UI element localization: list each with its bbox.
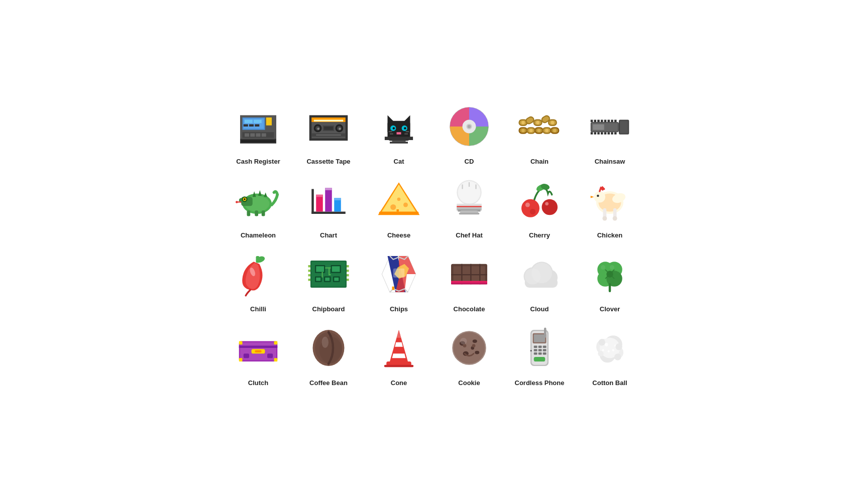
item-chameleon[interactable]: Chameleon (226, 175, 291, 239)
svg-rect-163 (325, 268, 331, 269)
svg-rect-254 (538, 349, 542, 351)
item-cash-register[interactable]: Cash Register (226, 101, 291, 165)
item-chainsaw[interactable]: Chainsaw (577, 101, 642, 165)
cassette-tape-label: Cassette Tape (306, 158, 350, 165)
item-clutch[interactable]: Clutch (226, 323, 291, 387)
svg-point-237 (454, 332, 485, 364)
svg-rect-171 (347, 265, 349, 268)
item-cheese[interactable]: Cheese (366, 175, 431, 239)
svg-rect-84 (601, 132, 603, 135)
item-cat[interactable]: Cat (366, 101, 431, 165)
svg-rect-15 (241, 140, 275, 143)
chipboard-label: Chipboard (312, 305, 345, 313)
svg-point-97 (236, 201, 238, 203)
item-cloud[interactable]: Cloud (507, 249, 572, 313)
chef-hat-label: Chef Hat (456, 231, 482, 239)
svg-rect-74 (594, 120, 597, 123)
chips-icon (374, 249, 424, 299)
item-chilli[interactable]: Chilli (226, 249, 291, 313)
cat-label: Cat (394, 158, 404, 165)
svg-rect-261 (530, 350, 531, 351)
item-cd[interactable]: CD (437, 101, 502, 165)
svg-rect-35 (393, 127, 395, 130)
svg-rect-164 (329, 268, 330, 276)
cone-label: Cone (391, 379, 407, 387)
item-cone[interactable]: Cone (366, 323, 431, 387)
svg-rect-54 (536, 121, 539, 125)
svg-rect-85 (604, 132, 607, 135)
svg-rect-183 (454, 266, 462, 274)
svg-rect-12 (256, 134, 261, 137)
svg-rect-172 (347, 270, 349, 272)
item-cherry[interactable]: Cherry (507, 175, 572, 239)
chameleon-icon (233, 175, 283, 225)
svg-rect-6 (249, 125, 254, 127)
svg-point-271 (602, 349, 604, 351)
chainsaw-icon (585, 101, 635, 152)
chain-label: Chain (530, 158, 549, 165)
item-chain[interactable]: Chain (507, 101, 572, 165)
svg-rect-70 (593, 125, 604, 130)
item-chicken[interactable]: Chicken (577, 175, 642, 239)
item-cookie[interactable]: Cookie (437, 323, 502, 387)
svg-rect-258 (543, 352, 547, 355)
item-cassette-tape[interactable]: Cassette Tape (296, 101, 361, 165)
svg-rect-119 (397, 209, 399, 212)
svg-rect-250 (534, 346, 537, 348)
svg-rect-118 (379, 212, 419, 215)
clutch-icon (233, 323, 283, 373)
cotton-ball-icon (585, 323, 635, 373)
svg-rect-255 (543, 349, 547, 351)
svg-rect-65 (545, 129, 549, 133)
item-chocolate[interactable]: Chocolate (437, 249, 502, 313)
svg-rect-43 (390, 142, 408, 143)
item-chart[interactable]: Chart (296, 175, 361, 239)
svg-rect-253 (534, 349, 537, 351)
svg-rect-37 (397, 132, 401, 135)
chart-label: Chart (320, 231, 337, 239)
svg-point-239 (473, 339, 477, 343)
item-cotton-ball[interactable]: Cotton Ball (577, 323, 642, 387)
svg-rect-105 (311, 189, 314, 214)
svg-rect-7 (255, 125, 259, 127)
item-cordless-phone[interactable]: Cordless Phone (507, 323, 572, 387)
chilli-label: Chilli (250, 305, 266, 313)
svg-rect-158 (316, 278, 320, 281)
svg-rect-252 (543, 346, 547, 348)
svg-rect-169 (308, 274, 311, 277)
item-chef-hat[interactable]: Chef Hat (437, 175, 502, 239)
svg-rect-61 (529, 129, 533, 133)
svg-point-142 (602, 216, 607, 221)
svg-point-229 (322, 337, 329, 348)
coffee-bean-label: Coffee Bean (309, 379, 348, 387)
svg-rect-81 (591, 132, 593, 135)
cheese-icon (374, 175, 424, 225)
svg-point-147 (597, 195, 599, 197)
svg-point-268 (612, 349, 615, 351)
svg-rect-78 (608, 120, 610, 123)
svg-rect-72 (620, 121, 628, 134)
svg-rect-251 (538, 346, 542, 348)
svg-rect-220 (244, 353, 249, 358)
svg-rect-167 (308, 265, 311, 268)
item-chips[interactable]: Chips (366, 249, 431, 313)
chef-hat-icon (444, 175, 494, 225)
svg-rect-75 (597, 120, 600, 123)
svg-rect-109 (316, 195, 323, 197)
cherry-label: Cherry (529, 231, 550, 239)
cordless-phone-icon (514, 323, 565, 373)
item-chipboard[interactable]: Chipboard (296, 249, 361, 313)
svg-rect-77 (604, 120, 607, 123)
item-coffee-bean[interactable]: Coffee Bean (296, 323, 361, 387)
svg-rect-88 (614, 132, 617, 135)
item-clover[interactable]: Clover (577, 249, 642, 313)
svg-point-143 (613, 216, 617, 221)
svg-rect-13 (262, 134, 266, 137)
svg-rect-224 (239, 358, 243, 361)
svg-rect-223 (274, 341, 278, 345)
svg-rect-99 (255, 210, 258, 216)
cheese-label: Cheese (387, 231, 410, 239)
svg-rect-170 (308, 279, 311, 281)
chain-icon (514, 101, 565, 152)
svg-rect-165 (329, 274, 331, 275)
